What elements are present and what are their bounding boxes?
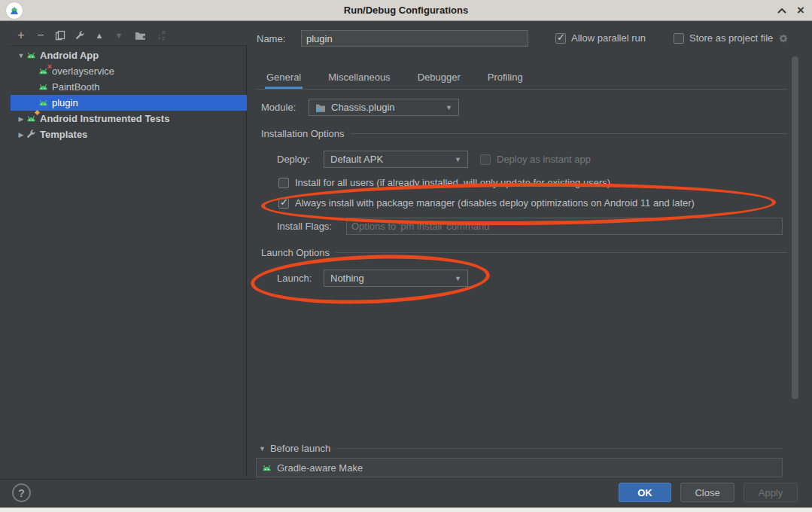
chevron-right-icon[interactable]: ▶ xyxy=(17,131,26,139)
allow-parallel-run-checkbox[interactable] xyxy=(555,33,566,44)
android-test-icon xyxy=(26,113,37,124)
tree-item-android-app[interactable]: ▼ Android App xyxy=(11,47,247,63)
allow-parallel-run-option[interactable]: Allow parallel run xyxy=(555,32,646,44)
android-icon xyxy=(38,81,49,93)
android-icon xyxy=(26,50,37,61)
run-debug-configurations-dialog: Run/Debug Configurations × + − ▲ ▼ ↓az ▼… xyxy=(0,0,812,512)
store-as-project-file-checkbox[interactable] xyxy=(674,33,684,44)
window-title: Run/Debug Configurations xyxy=(0,0,812,21)
before-launch-title: Before launch xyxy=(270,443,330,454)
sort-configurations-icon[interactable]: ↓az xyxy=(154,28,169,43)
new-folder-icon[interactable] xyxy=(132,28,147,43)
deploy-as-instant-app-label: Deploy as instant app xyxy=(497,154,591,165)
installation-options-title: Installation Options xyxy=(261,128,345,139)
deploy-label: Deploy: xyxy=(277,154,310,165)
tree-item-paintbooth[interactable]: PaintBooth xyxy=(11,79,247,95)
always-install-package-manager-option[interactable]: Always install with package manager (dis… xyxy=(278,197,695,209)
divider xyxy=(351,133,787,134)
always-install-package-manager-checkbox[interactable] xyxy=(278,198,289,209)
tree-item-label: Android Instrumented Tests xyxy=(40,113,169,124)
tree-item-android-instrumented-tests[interactable]: ▶ Android Instrumented Tests xyxy=(11,111,247,126)
deploy-as-instant-app-option[interactable]: Deploy as instant app xyxy=(480,154,591,165)
tree-item-label: PaintBooth xyxy=(52,81,100,93)
module-icon xyxy=(315,103,326,112)
vertical-scrollbar[interactable] xyxy=(792,56,798,399)
tab-miscellaneous[interactable]: Miscellaneous xyxy=(327,68,391,89)
store-as-project-file-label: Store as project file xyxy=(689,32,773,44)
copy-configuration-icon[interactable] xyxy=(53,28,68,43)
launch-label: Launch: xyxy=(277,273,312,284)
close-button[interactable]: Close xyxy=(680,483,734,502)
tab-general[interactable]: General xyxy=(265,68,303,89)
tree-item-label: Templates xyxy=(40,129,87,140)
divider xyxy=(336,448,783,449)
tab-profiling[interactable]: Profiling xyxy=(486,68,525,89)
chevron-down-icon[interactable]: ▼ xyxy=(259,445,266,453)
install-flags-input[interactable] xyxy=(346,218,783,235)
add-configuration-icon[interactable]: + xyxy=(14,28,29,43)
launch-dropdown[interactable]: Nothing ▼ xyxy=(324,270,468,287)
tab-debugger[interactable]: Debugger xyxy=(416,68,462,89)
android-error-icon: × xyxy=(38,66,49,77)
tree-item-label: Android App xyxy=(40,50,99,61)
deploy-dropdown[interactable]: Default APK ▼ xyxy=(324,151,468,168)
move-down-icon[interactable]: ▼ xyxy=(111,28,126,43)
before-launch-section[interactable]: ▼ Before launch xyxy=(259,443,783,454)
wrench-icon xyxy=(26,129,37,140)
tree-item-label: overlayservice xyxy=(52,66,114,77)
name-input[interactable] xyxy=(301,30,528,47)
install-for-all-users-checkbox[interactable] xyxy=(278,178,289,188)
store-as-project-file-option[interactable]: Store as project file xyxy=(674,32,789,44)
chevron-right-icon[interactable]: ▶ xyxy=(17,115,26,123)
divider xyxy=(0,479,256,480)
remove-configuration-icon[interactable]: − xyxy=(33,28,48,43)
launch-options-title: Launch Options xyxy=(261,247,330,258)
error-badge-icon: × xyxy=(47,62,52,71)
android-icon xyxy=(261,462,272,474)
configurations-tree: ▼ Android App × overlayservice PaintBoot… xyxy=(11,45,247,476)
chevron-down-icon: ▼ xyxy=(455,275,461,282)
tree-item-label: plugin xyxy=(52,97,78,108)
deploy-value: Default APK xyxy=(330,154,383,165)
collapse-window-icon[interactable] xyxy=(775,5,789,17)
install-for-all-users-label: Install for all users (if already instal… xyxy=(295,177,610,188)
gear-icon[interactable] xyxy=(778,33,789,44)
allow-parallel-run-label: Allow parallel run xyxy=(571,32,646,44)
name-label: Name: xyxy=(257,33,285,44)
install-for-all-users-option[interactable]: Install for all users (if already instal… xyxy=(278,177,610,188)
android-icon xyxy=(38,97,49,108)
always-install-package-manager-label: Always install with package manager (dis… xyxy=(295,197,695,209)
help-button[interactable]: ? xyxy=(12,483,31,502)
chevron-down-icon: ▼ xyxy=(455,156,461,163)
tree-item-overlayservice[interactable]: × overlayservice xyxy=(11,63,247,79)
tab-bar: General Miscellaneous Debugger Profiling xyxy=(256,68,787,90)
ok-button[interactable]: OK xyxy=(619,483,671,502)
deploy-as-instant-app-checkbox[interactable] xyxy=(480,154,491,165)
move-up-icon[interactable]: ▲ xyxy=(92,28,107,43)
module-dropdown[interactable]: Chassis.plugin ▼ xyxy=(309,99,459,116)
close-window-icon[interactable]: × xyxy=(794,5,807,17)
tree-item-templates[interactable]: ▶ Templates xyxy=(11,126,247,142)
divider xyxy=(336,252,787,253)
module-value: Chassis.plugin xyxy=(331,102,395,113)
chevron-down-icon: ▼ xyxy=(446,104,452,111)
apply-button-disabled: Apply xyxy=(744,483,798,502)
tree-item-plugin-selected[interactable]: plugin xyxy=(11,95,247,111)
launch-value: Nothing xyxy=(330,273,364,284)
edit-configuration-wrench-icon[interactable] xyxy=(72,28,87,43)
before-launch-task-label: Gradle-aware Make xyxy=(277,462,363,474)
chevron-down-icon[interactable]: ▼ xyxy=(17,52,26,59)
title-bar: Run/Debug Configurations × xyxy=(0,0,812,21)
module-label: Module: xyxy=(261,102,296,113)
desktop-background-strip xyxy=(0,507,812,512)
launch-options-section: Launch Options xyxy=(261,247,787,258)
before-launch-task-row[interactable]: Gradle-aware Make xyxy=(256,458,783,477)
install-flags-label: Install Flags: xyxy=(277,221,332,232)
installation-options-section: Installation Options xyxy=(261,128,787,139)
